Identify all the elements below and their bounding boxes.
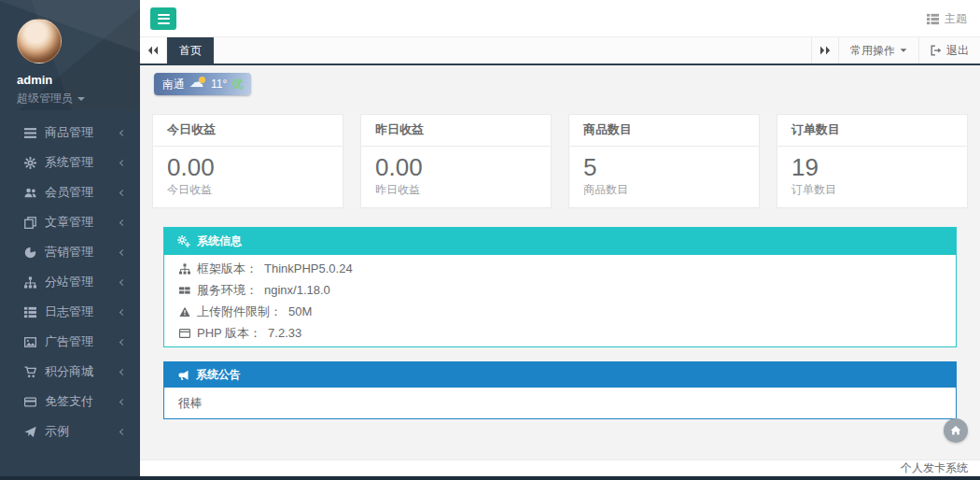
weather-temp: 11°: [211, 78, 227, 91]
sidebar-item-example[interactable]: 示例: [0, 416, 140, 446]
stat-card-title: 订单数目: [777, 115, 967, 147]
chevron-left-icon: [119, 219, 126, 225]
bars-icon: [23, 127, 36, 139]
users-icon: [23, 187, 36, 199]
admin-dashboard-page: admin 超级管理员 商品管理 系统管理: [0, 0, 980, 480]
tab-home[interactable]: 首页: [167, 37, 214, 64]
stat-card-today-income: 今日收益 0.00 今日收益: [152, 114, 343, 208]
sidebar-item-label: 分站管理: [45, 274, 120, 290]
stat-card-title: 昨日收益: [361, 115, 551, 147]
logout-label: 退出: [946, 43, 969, 59]
chevron-left-icon: [119, 428, 126, 434]
info-label: 服务环境：: [197, 283, 258, 297]
username: admin: [17, 73, 123, 87]
logout-button[interactable]: 退出: [918, 37, 980, 64]
announcement-content: 很棒: [164, 388, 956, 418]
stat-card-value: 19: [791, 154, 953, 180]
double-right-icon: [819, 45, 831, 56]
sidebar-item-substations[interactable]: 分站管理: [0, 267, 140, 297]
role-dropdown[interactable]: 超级管理员: [17, 91, 123, 106]
stat-card-yesterday-income: 昨日收益 0.00 昨日收益: [360, 114, 552, 208]
sidebar-item-label: 会员管理: [45, 184, 120, 201]
panel-title: 系统信息: [197, 233, 242, 249]
footer-text: 个人发卡系统: [901, 461, 968, 474]
sidebar-item-members[interactable]: 会员管理: [0, 177, 140, 207]
server-icon: [178, 285, 190, 296]
stat-card-value: 5: [583, 154, 745, 180]
gear-icon: [23, 157, 36, 169]
dashboard-content: 南通 ☁ 11° 优 今日收益 0.00 今日收益 昨日收益: [140, 65, 980, 459]
chevron-left-icon: [119, 189, 126, 195]
th-list-icon: [927, 13, 939, 25]
sidebar-item-label: 免签支付: [45, 393, 120, 410]
sidebar-item-system[interactable]: 系统管理: [0, 148, 140, 177]
cogs-icon: [177, 235, 190, 247]
list-icon: [23, 306, 36, 318]
info-label: PHP 版本：: [197, 326, 261, 340]
weather-quality: 优: [231, 77, 243, 92]
sitemap-icon: [23, 276, 36, 289]
role-label: 超级管理员: [17, 91, 73, 106]
chevron-left-icon: [119, 159, 126, 165]
hamburger-icon: [158, 14, 170, 16]
copy-icon: [23, 217, 36, 229]
info-value: nginx/1.18.0: [264, 283, 330, 297]
common-ops-dropdown[interactable]: 常用操作: [838, 37, 918, 64]
chevron-left-icon: [119, 248, 126, 255]
stat-card-sublabel: 订单数目: [791, 182, 953, 198]
bullhorn-icon: [177, 370, 189, 381]
stat-card-sublabel: 昨日收益: [375, 182, 537, 198]
info-row-upload-limit: 上传附件限制： 50M: [178, 304, 942, 318]
stat-card-title: 商品数目: [569, 115, 759, 147]
caret-down-icon: [77, 97, 85, 101]
weather-city: 南通: [162, 77, 185, 92]
caret-down-icon: [901, 49, 907, 51]
scroll-tabs-left-button[interactable]: [140, 37, 167, 64]
sidebar-item-label: 系统管理: [45, 154, 120, 171]
page-footer: 个人发卡系统: [140, 459, 980, 476]
panel-title: 系统公告: [196, 367, 241, 383]
sun-cloud-icon: ☁: [189, 77, 206, 92]
sitemap-icon: [178, 263, 190, 275]
chevron-left-icon: [119, 278, 126, 285]
weather-widget[interactable]: 南通 ☁ 11° 优: [154, 73, 251, 95]
sidebar-item-label: 积分商城: [45, 363, 120, 380]
sidebar-item-label: 广告管理: [45, 333, 120, 350]
chevron-left-icon: [119, 398, 126, 404]
chevron-left-icon: [119, 338, 126, 345]
credit-card-icon: [23, 396, 36, 408]
image-icon: [23, 336, 36, 348]
window-icon: [178, 328, 190, 339]
warning-icon: [178, 306, 190, 318]
avatar[interactable]: [17, 19, 62, 64]
info-label: 上传附件限制：: [197, 304, 282, 318]
sign-out-icon: [931, 45, 942, 56]
main-area: 主题 首页 常用操作 退出 南通: [140, 0, 980, 459]
sidebar-item-label: 营销管理: [45, 244, 120, 261]
tabbar-spacer: [214, 37, 811, 64]
stat-cards-row: 今日收益 0.00 今日收益 昨日收益 0.00 昨日收益 商品数目: [152, 114, 968, 208]
sidebar-item-points-mall[interactable]: 积分商城: [0, 357, 140, 387]
stat-card-sublabel: 今日收益: [167, 182, 329, 198]
menu-toggle-button[interactable]: [150, 7, 176, 30]
profile-block: admin 超级管理员: [0, 0, 140, 106]
sidebar-nav: 商品管理 系统管理 会员管理 文章: [0, 118, 140, 446]
sidebar-item-articles[interactable]: 文章管理: [0, 207, 140, 237]
stat-card-goods-count: 商品数目 5 商品数目: [568, 114, 760, 208]
sidebar-item-pay[interactable]: 免签支付: [0, 387, 140, 416]
scroll-tabs-right-button[interactable]: [811, 37, 838, 64]
theme-label: 主题: [945, 11, 967, 27]
stat-card-value: 0.00: [167, 154, 329, 180]
tab-home-label: 首页: [179, 43, 202, 59]
sidebar-item-ads[interactable]: 广告管理: [0, 327, 140, 357]
info-value: 50M: [288, 304, 312, 318]
back-home-button[interactable]: [944, 418, 968, 443]
sidebar-item-goods[interactable]: 商品管理: [0, 118, 140, 148]
sidebar-item-logs[interactable]: 日志管理: [0, 297, 140, 327]
hamburger-icon: [158, 22, 170, 24]
sidebar-item-marketing[interactable]: 营销管理: [0, 237, 140, 267]
sidebar-item-label: 日志管理: [45, 304, 120, 320]
info-label: 框架版本：: [197, 261, 258, 275]
tab-bar: 首页 常用操作 退出: [140, 37, 980, 65]
theme-button[interactable]: 主题: [927, 0, 967, 37]
